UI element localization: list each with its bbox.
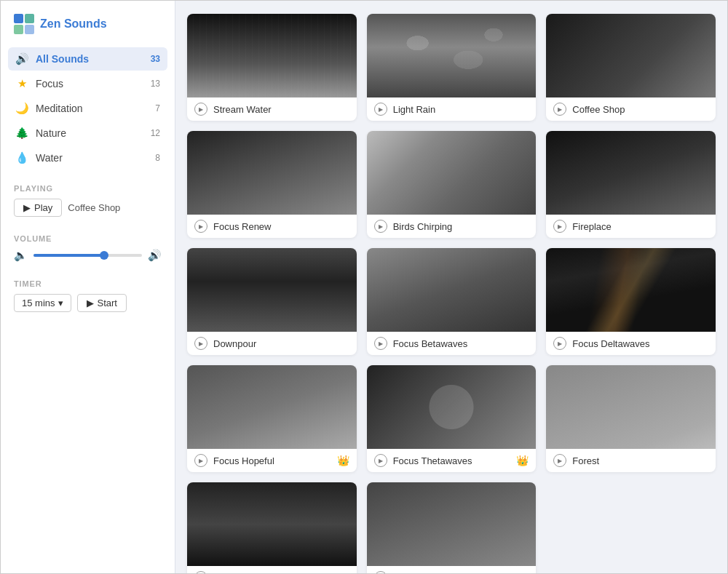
sound-card-water2[interactable]: ▶Water Stream [367, 482, 537, 573]
sound-thumbnail-water2 [367, 482, 537, 566]
sound-card-downpour[interactable]: ▶Downpour [187, 248, 357, 355]
main-content: ▶Stream Water▶Light Rain▶Coffee Shop▶Foc… [175, 1, 727, 573]
sound-name-birds-chirping: Birds Chirping [393, 221, 529, 232]
play-triangle-icon: ▶ [23, 202, 31, 213]
timer-value: 15 mins [22, 298, 55, 308]
sound-name-focus-thetawaves: Focus Thetawaves [393, 455, 511, 466]
sound-card-focus-hopeful[interactable]: ▶Focus Hopeful👑 [187, 365, 357, 472]
sound-name-forest: Forest [572, 455, 708, 466]
timer-select[interactable]: 15 mins ▾ [14, 294, 71, 312]
card-play-icon-birds-chirping[interactable]: ▶ [374, 220, 387, 233]
playing-track-name: Coffee Shop [68, 202, 120, 213]
sound-card-coffee-shop[interactable]: ▶Coffee Shop [546, 14, 716, 121]
start-button[interactable]: ▶ Start [77, 294, 127, 312]
sound-card-dark-forest[interactable]: ▶Dark Forest [187, 482, 357, 573]
sidebar-item-water[interactable]: 💧 Water 8 [8, 146, 167, 170]
sound-thumbnail-focus-hopeful [187, 365, 357, 449]
sound-card-light-rain[interactable]: ▶Light Rain [367, 14, 537, 121]
sound-name-light-rain: Light Rain [393, 104, 529, 115]
playing-row: ▶ Play Coffee Shop [14, 199, 162, 217]
sidebar: Zen Sounds 🔊 All Sounds 33 ★ Focus 13 🌙 … [1, 1, 175, 573]
sidebar-item-all-sounds[interactable]: 🔊 All Sounds 33 [8, 47, 167, 71]
nav-count-water: 8 [155, 153, 160, 163]
card-play-icon-downpour[interactable]: ▶ [194, 337, 207, 350]
sound-card-forest[interactable]: ▶Forest [546, 365, 716, 472]
sound-name-dark-forest: Dark Forest [213, 573, 349, 574]
nav-label-nature: Nature [36, 127, 66, 139]
svg-rect-0 [14, 14, 23, 23]
card-play-icon-dark-forest[interactable]: ▶ [194, 571, 207, 573]
timer-label: TIMER [14, 279, 162, 288]
app-container: Zen Sounds 🔊 All Sounds 33 ★ Focus 13 🌙 … [0, 0, 728, 574]
nav-label-water: Water [36, 152, 63, 164]
card-play-icon-focus-thetawaves[interactable]: ▶ [374, 454, 387, 467]
premium-badge-focus-hopeful: 👑 [337, 455, 349, 466]
sound-thumbnail-focus-thetawaves [367, 365, 537, 449]
card-play-icon-focus-betawaves[interactable]: ▶ [374, 337, 387, 350]
sound-thumbnail-coffee-shop [546, 14, 716, 97]
sound-grid: ▶Stream Water▶Light Rain▶Coffee Shop▶Foc… [187, 14, 716, 573]
sound-card-fireplace[interactable]: ▶Fireplace [546, 131, 716, 238]
sound-card-focus-betawaves[interactable]: ▶Focus Betawaves [367, 248, 537, 355]
sound-name-downpour: Downpour [213, 338, 349, 349]
sound-card-focus-deltawaves[interactable]: ▶Focus Deltawaves [546, 248, 716, 355]
sidebar-item-nature[interactable]: 🌲 Nature 12 [8, 121, 167, 145]
premium-badge-focus-thetawaves: 👑 [516, 455, 529, 466]
playing-label: PLAYING [14, 184, 162, 193]
card-play-icon-focus-hopeful[interactable]: ▶ [194, 454, 207, 467]
card-play-icon-fireplace[interactable]: ▶ [553, 220, 566, 233]
volume-knob[interactable] [100, 251, 108, 260]
sound-thumbnail-fireplace [546, 131, 716, 215]
volume-label: VOLUME [14, 234, 162, 243]
chevron-down-icon: ▾ [58, 298, 63, 308]
logo-icon [14, 14, 34, 34]
sound-name-coffee-shop: Coffee Shop [572, 104, 708, 115]
card-play-icon-water2[interactable]: ▶ [374, 571, 387, 573]
sound-name-focus-deltawaves: Focus Deltawaves [572, 338, 708, 349]
sound-thumbnail-stream-water [187, 14, 357, 97]
volume-slider[interactable] [33, 254, 142, 257]
sound-name-focus-renew: Focus Renew [213, 221, 349, 232]
sound-card-birds-chirping[interactable]: ▶Birds Chirping [367, 131, 537, 238]
sound-name-stream-water: Stream Water [213, 104, 349, 115]
playing-section: PLAYING ▶ Play Coffee Shop [1, 170, 175, 220]
volume-section: VOLUME 🔈 🔊 [1, 220, 175, 265]
card-play-icon-stream-water[interactable]: ▶ [194, 103, 207, 116]
timer-row: 15 mins ▾ ▶ Start [14, 294, 162, 312]
sidebar-item-focus[interactable]: ★ Focus 13 [8, 72, 167, 95]
sidebar-nav: 🔊 All Sounds 33 ★ Focus 13 🌙 Meditation … [1, 47, 175, 170]
timer-section: TIMER 15 mins ▾ ▶ Start [1, 265, 175, 315]
nav-count-all-sounds: 33 [151, 54, 160, 64]
speaker-icon: 🔊 [15, 52, 28, 65]
start-button-label: Start [98, 298, 117, 308]
nav-count-meditation: 7 [155, 103, 160, 113]
svg-rect-2 [14, 25, 23, 34]
volume-high-icon: 🔊 [148, 249, 162, 262]
sound-thumbnail-forest [546, 365, 716, 449]
card-play-icon-forest[interactable]: ▶ [553, 454, 566, 467]
card-play-icon-light-rain[interactable]: ▶ [374, 103, 387, 116]
sound-thumbnail-downpour [187, 248, 357, 332]
moon-icon: 🌙 [15, 102, 28, 115]
volume-low-icon: 🔈 [14, 249, 28, 262]
volume-row: 🔈 🔊 [14, 249, 162, 262]
play-button-label: Play [34, 202, 52, 213]
sound-thumbnail-birds-chirping [367, 131, 537, 215]
nav-label-meditation: Meditation [36, 103, 83, 114]
start-play-icon: ▶ [87, 298, 94, 308]
volume-fill [33, 254, 104, 257]
star-icon: ★ [15, 77, 28, 90]
sound-card-stream-water[interactable]: ▶Stream Water [187, 14, 357, 121]
play-button[interactable]: ▶ Play [14, 199, 62, 217]
sound-card-focus-thetawaves[interactable]: ▶Focus Thetawaves👑 [367, 365, 537, 472]
sound-thumbnail-focus-deltawaves [546, 248, 716, 332]
sidebar-item-meditation[interactable]: 🌙 Meditation 7 [8, 97, 167, 120]
sound-card-focus-renew[interactable]: ▶Focus Renew [187, 131, 357, 238]
card-play-icon-focus-deltawaves[interactable]: ▶ [553, 337, 566, 350]
sound-thumbnail-dark-forest [187, 482, 357, 566]
svg-rect-3 [25, 25, 34, 34]
card-play-icon-coffee-shop[interactable]: ▶ [553, 103, 566, 116]
app-title: Zen Sounds [40, 17, 107, 31]
card-play-icon-focus-renew[interactable]: ▶ [194, 220, 207, 233]
sound-thumbnail-focus-betawaves [367, 248, 537, 332]
